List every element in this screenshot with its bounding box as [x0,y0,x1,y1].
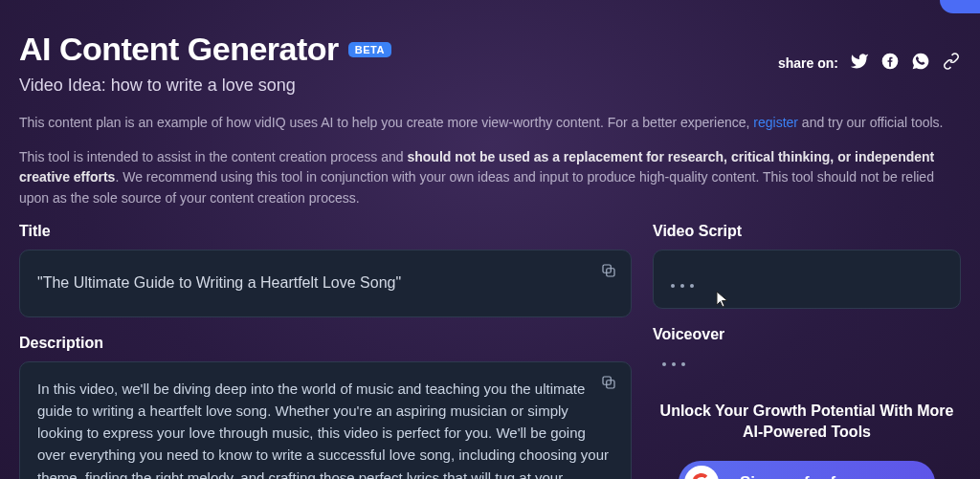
top-corner-accent [940,0,980,13]
signup-google-button[interactable]: Sign up for free [679,461,935,479]
description-value: In this video, we'll be diving deep into… [37,381,609,479]
twitter-icon[interactable] [850,52,869,74]
link-icon[interactable] [942,52,961,74]
intro-line1-b: and try our official tools. [798,115,943,130]
signup-label: Sign up for free [740,473,860,479]
loading-dots-icon [671,284,694,288]
voiceover-loading [662,353,961,370]
whatsapp-icon[interactable] [911,52,930,74]
facebook-icon[interactable] [880,52,900,74]
title-block: AI Content Generator BETA Video Idea: ho… [19,31,391,96]
title-value: "The Ultimate Guide to Writing a Heartfe… [37,274,401,291]
share-block: share on: [778,52,961,74]
intro-line2-a: This tool is intended to assist in the c… [19,149,407,164]
page-title: AI Content Generator BETA [19,31,391,68]
intro-line1-a: This content plan is an example of how v… [19,115,753,130]
loading-dots-icon [662,362,685,366]
title-section-label: Title [19,223,632,240]
video-script-label: Video Script [653,223,961,240]
page-title-text: AI Content Generator [19,31,339,68]
title-card: "The Ultimate Guide to Writing a Heartfe… [19,250,632,317]
register-link[interactable]: register [753,115,798,130]
video-idea-subtitle: Video Idea: how to write a love song [19,76,391,96]
intro-line2-b: . We recommend using this tool in conjun… [19,169,934,206]
copy-icon[interactable] [600,374,617,391]
voiceover-label: Voiceover [653,326,961,343]
copy-icon[interactable] [600,262,617,279]
description-section-label: Description [19,335,632,352]
video-script-card [653,250,961,309]
share-label: share on: [778,55,838,71]
google-icon [684,466,719,479]
growth-cta-text: Unlock Your Growth Potential With More A… [653,401,961,444]
description-card: In this video, we'll be diving deep into… [19,361,632,479]
intro-text: This content plan is an example of how v… [19,113,961,209]
beta-badge: BETA [348,42,391,57]
